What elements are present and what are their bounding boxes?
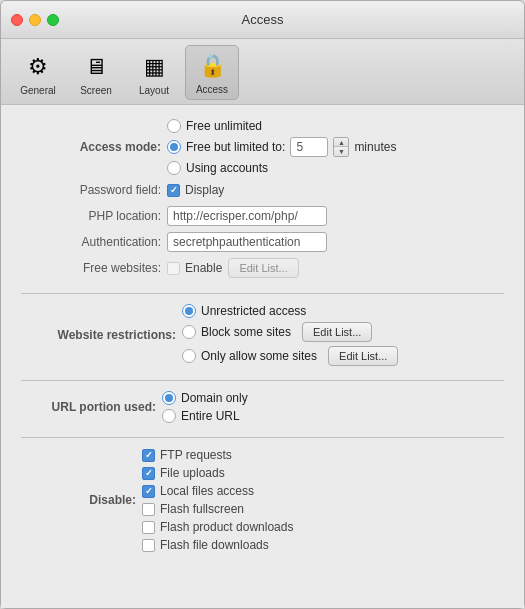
website-restrictions-label: Website restrictions: <box>21 328 176 342</box>
disable-label-flash_file_dl: Flash file downloads <box>160 538 269 552</box>
url-portion-label: URL portion used: <box>21 400 156 414</box>
radio-btn-free-limited[interactable] <box>167 140 181 154</box>
radio-label-domain-only: Domain only <box>181 391 248 405</box>
minimize-button[interactable] <box>29 14 41 26</box>
screen-icon: 🖥 <box>80 51 112 83</box>
disable-label-flash_fullscreen: Flash fullscreen <box>160 502 244 516</box>
radio-label-unrestricted: Unrestricted access <box>201 304 306 318</box>
window-title: Access <box>242 12 284 27</box>
disable-checkbox-flash_product_dl[interactable] <box>142 521 155 534</box>
disable-checkbox-flash_fullscreen[interactable] <box>142 503 155 516</box>
radio-label-free-unlimited: Free unlimited <box>186 119 262 133</box>
radio-btn-block-some[interactable] <box>182 325 196 339</box>
radio-block-some[interactable]: Block some sites Edit List... <box>182 322 398 342</box>
toolbar: ⚙ General 🖥 Screen ▦ Layout 🔒 Access <box>1 39 524 105</box>
radio-domain-only[interactable]: Domain only <box>162 391 248 405</box>
radio-label-free-limited: Free but limited to: <box>186 140 285 154</box>
general-icon: ⚙ <box>22 51 54 83</box>
toolbar-general-label: General <box>20 85 56 96</box>
disable-label: Disable: <box>21 493 136 507</box>
website-restrictions-row: Website restrictions: Unrestricted acces… <box>21 304 504 366</box>
radio-label-entire-url: Entire URL <box>181 409 240 423</box>
radio-using-accounts[interactable]: Using accounts <box>167 161 396 175</box>
radio-btn-only-allow[interactable] <box>182 349 196 363</box>
disable-checkbox-flash_file_dl[interactable] <box>142 539 155 552</box>
free-websites-checkbox-item[interactable]: Enable <box>167 261 222 275</box>
divider-2 <box>21 380 504 381</box>
website-restrictions-options: Unrestricted access Block some sites Edi… <box>182 304 398 366</box>
access-mode-section: Access mode: Free unlimited Free but lim… <box>21 119 504 279</box>
divider-3 <box>21 437 504 438</box>
radio-btn-unrestricted[interactable] <box>182 304 196 318</box>
minutes-stepper[interactable]: ▲ ▼ <box>333 137 349 157</box>
access-mode-radio-group: Free unlimited Free but limited to: ▲ ▼ … <box>167 119 396 175</box>
disable-section: Disable: FTP requestsFile uploadsLocal f… <box>21 448 504 552</box>
radio-btn-domain-only[interactable] <box>162 391 176 405</box>
disable-checkbox-ftp_requests[interactable] <box>142 449 155 462</box>
disable-options: FTP requestsFile uploadsLocal files acce… <box>142 448 293 552</box>
disable-checkbox-local_files_access[interactable] <box>142 485 155 498</box>
toolbar-screen[interactable]: 🖥 Screen <box>69 47 123 100</box>
radio-btn-free-unlimited[interactable] <box>167 119 181 133</box>
password-field-checkbox-item[interactable]: Display <box>167 183 224 197</box>
url-portion-row: URL portion used: Domain only Entire URL <box>21 391 504 423</box>
main-window: Access ⚙ General 🖥 Screen ▦ Layout 🔒 Acc… <box>0 0 525 609</box>
disable-checkbox-file_uploads[interactable] <box>142 467 155 480</box>
php-location-input[interactable] <box>167 206 327 226</box>
url-portion-section: URL portion used: Domain only Entire URL <box>21 391 504 423</box>
disable-label-ftp_requests: FTP requests <box>160 448 232 462</box>
toolbar-access[interactable]: 🔒 Access <box>185 45 239 100</box>
disable-label-local_files_access: Local files access <box>160 484 254 498</box>
content-area: Access mode: Free unlimited Free but lim… <box>1 105 524 608</box>
radio-label-only-allow: Only allow some sites <box>201 349 317 363</box>
toolbar-general[interactable]: ⚙ General <box>11 47 65 100</box>
radio-btn-entire-url[interactable] <box>162 409 176 423</box>
access-mode-label: Access mode: <box>21 140 161 154</box>
radio-btn-using-accounts[interactable] <box>167 161 181 175</box>
radio-only-allow[interactable]: Only allow some sites Edit List... <box>182 346 398 366</box>
authentication-row: Authentication: <box>21 231 504 253</box>
disable-item-ftp_requests[interactable]: FTP requests <box>142 448 293 462</box>
minutes-input[interactable] <box>290 137 328 157</box>
authentication-label: Authentication: <box>21 235 161 249</box>
layout-icon: ▦ <box>138 51 170 83</box>
radio-label-block-some: Block some sites <box>201 325 291 339</box>
radio-free-unlimited[interactable]: Free unlimited <box>167 119 396 133</box>
disable-item-flash_fullscreen[interactable]: Flash fullscreen <box>142 502 293 516</box>
access-mode-row: Access mode: Free unlimited Free but lim… <box>21 119 504 175</box>
minutes-label: minutes <box>354 140 396 154</box>
free-websites-checkbox[interactable] <box>167 262 180 275</box>
toolbar-screen-label: Screen <box>80 85 112 96</box>
stepper-down[interactable]: ▼ <box>334 147 348 156</box>
radio-label-using-accounts: Using accounts <box>186 161 268 175</box>
radio-entire-url[interactable]: Entire URL <box>162 409 248 423</box>
stepper-up[interactable]: ▲ <box>334 138 348 147</box>
radio-free-limited[interactable]: Free but limited to: ▲ ▼ minutes <box>167 137 396 157</box>
access-icon: 🔒 <box>196 50 228 82</box>
free-websites-edit-btn[interactable]: Edit List... <box>228 258 298 278</box>
password-display-label: Display <box>185 183 224 197</box>
radio-unrestricted[interactable]: Unrestricted access <box>182 304 398 318</box>
disable-item-file_uploads[interactable]: File uploads <box>142 466 293 480</box>
password-display-checkbox[interactable] <box>167 184 180 197</box>
disable-label-file_uploads: File uploads <box>160 466 225 480</box>
block-some-edit-btn[interactable]: Edit List... <box>302 322 372 342</box>
password-field-label: Password field: <box>21 183 161 197</box>
disable-item-flash_file_dl[interactable]: Flash file downloads <box>142 538 293 552</box>
toolbar-layout[interactable]: ▦ Layout <box>127 47 181 100</box>
disable-item-flash_product_dl[interactable]: Flash product downloads <box>142 520 293 534</box>
disable-item-local_files_access[interactable]: Local files access <box>142 484 293 498</box>
allow-some-edit-btn[interactable]: Edit List... <box>328 346 398 366</box>
disable-row: Disable: FTP requestsFile uploadsLocal f… <box>21 448 504 552</box>
free-websites-row: Free websites: Enable Edit List... <box>21 257 504 279</box>
php-location-row: PHP location: <box>21 205 504 227</box>
divider-1 <box>21 293 504 294</box>
traffic-lights <box>11 14 59 26</box>
authentication-input[interactable] <box>167 232 327 252</box>
titlebar: Access <box>1 1 524 39</box>
maximize-button[interactable] <box>47 14 59 26</box>
toolbar-layout-label: Layout <box>139 85 169 96</box>
close-button[interactable] <box>11 14 23 26</box>
free-websites-label: Free websites: <box>21 261 161 275</box>
free-websites-checkbox-label: Enable <box>185 261 222 275</box>
